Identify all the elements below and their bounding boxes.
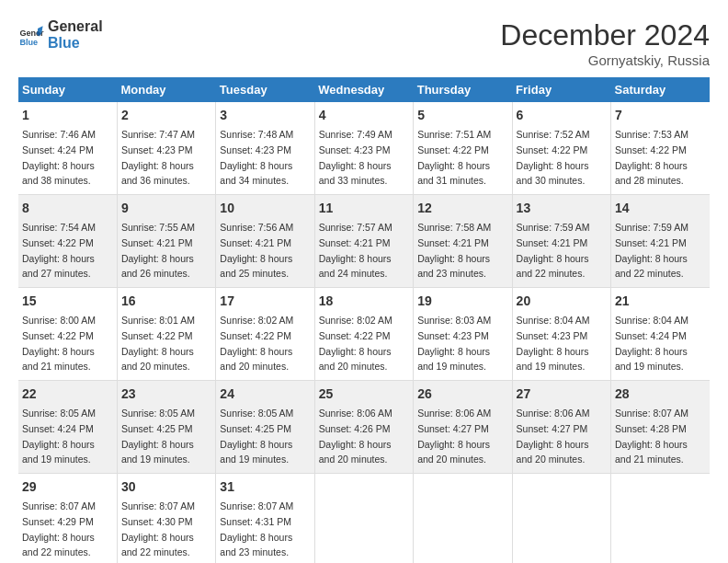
day-cell: 15Sunrise: 8:00 AMSunset: 4:22 PMDayligh… [18,288,117,381]
day-info: Sunrise: 8:06 AMSunset: 4:27 PMDaylight:… [417,408,491,465]
day-cell [512,474,610,564]
day-number: 6 [517,106,607,125]
day-info: Sunrise: 8:04 AMSunset: 4:24 PMDaylight:… [615,315,688,372]
day-info: Sunrise: 7:57 AMSunset: 4:21 PMDaylight:… [319,222,392,279]
day-number: 24 [220,385,310,404]
day-cell: 8Sunrise: 7:54 AMSunset: 4:22 PMDaylight… [18,195,117,288]
day-number: 30 [121,477,211,497]
day-cell: 23Sunrise: 8:05 AMSunset: 4:25 PMDayligh… [117,381,215,474]
day-cell: 28Sunrise: 8:07 AMSunset: 4:28 PMDayligh… [611,381,710,474]
week-row-2: 8Sunrise: 7:54 AMSunset: 4:22 PMDaylight… [18,195,710,288]
day-number: 18 [319,292,409,311]
location-subtitle: Gornyatskiy, Russia [500,52,710,68]
day-number: 10 [220,199,310,218]
day-info: Sunrise: 8:07 AMSunset: 4:31 PMDaylight:… [220,500,293,557]
month-title: December 2024 [500,18,710,52]
day-number: 13 [517,199,607,218]
logo-icon: General Blue [18,22,44,48]
day-info: Sunrise: 8:04 AMSunset: 4:23 PMDaylight:… [517,315,590,372]
day-info: Sunrise: 8:05 AMSunset: 4:25 PMDaylight:… [121,408,195,465]
day-info: Sunrise: 8:07 AMSunset: 4:30 PMDaylight:… [121,500,195,557]
day-cell: 26Sunrise: 8:06 AMSunset: 4:27 PMDayligh… [414,381,512,474]
week-row-3: 15Sunrise: 8:00 AMSunset: 4:22 PMDayligh… [18,288,710,381]
day-number: 25 [319,385,409,404]
day-info: Sunrise: 8:07 AMSunset: 4:29 PMDaylight:… [22,500,96,557]
day-cell: 10Sunrise: 7:56 AMSunset: 4:21 PMDayligh… [216,195,314,288]
col-header-thursday: Thursday [414,77,512,102]
day-info: Sunrise: 8:01 AMSunset: 4:22 PMDaylight:… [121,315,195,372]
day-number: 3 [220,106,310,125]
week-row-4: 22Sunrise: 8:05 AMSunset: 4:24 PMDayligh… [18,381,710,474]
day-number: 29 [22,477,113,497]
day-number: 26 [417,385,507,404]
day-info: Sunrise: 7:58 AMSunset: 4:21 PMDaylight:… [417,222,491,279]
calendar-table: SundayMondayTuesdayWednesdayThursdayFrid… [18,77,710,563]
day-cell: 29Sunrise: 8:07 AMSunset: 4:29 PMDayligh… [18,474,117,564]
day-info: Sunrise: 8:05 AMSunset: 4:24 PMDaylight:… [22,408,96,465]
logo: General Blue General Blue [18,18,103,52]
day-cell: 24Sunrise: 8:05 AMSunset: 4:25 PMDayligh… [216,381,314,474]
day-cell: 20Sunrise: 8:04 AMSunset: 4:23 PMDayligh… [512,288,610,381]
day-number: 15 [22,292,113,311]
day-cell: 21Sunrise: 8:04 AMSunset: 4:24 PMDayligh… [611,288,710,381]
day-cell: 25Sunrise: 8:06 AMSunset: 4:26 PMDayligh… [314,381,413,474]
day-info: Sunrise: 7:47 AMSunset: 4:23 PMDaylight:… [121,129,195,186]
day-info: Sunrise: 8:06 AMSunset: 4:27 PMDaylight:… [517,408,590,465]
logo-blue: Blue [48,35,103,52]
day-info: Sunrise: 7:48 AMSunset: 4:23 PMDaylight:… [220,129,293,186]
day-info: Sunrise: 8:03 AMSunset: 4:23 PMDaylight:… [417,315,491,372]
day-cell [611,474,710,564]
day-cell: 27Sunrise: 8:06 AMSunset: 4:27 PMDayligh… [512,381,610,474]
day-cell: 18Sunrise: 8:02 AMSunset: 4:22 PMDayligh… [314,288,413,381]
day-info: Sunrise: 7:51 AMSunset: 4:22 PMDaylight:… [417,129,491,186]
day-info: Sunrise: 7:59 AMSunset: 4:21 PMDaylight:… [517,222,590,279]
week-row-1: 1Sunrise: 7:46 AMSunset: 4:24 PMDaylight… [18,102,710,195]
day-cell: 6Sunrise: 7:52 AMSunset: 4:22 PMDaylight… [512,102,610,195]
day-info: Sunrise: 7:54 AMSunset: 4:22 PMDaylight:… [22,222,96,279]
day-number: 12 [417,199,507,218]
col-header-saturday: Saturday [611,77,710,102]
col-header-monday: Monday [117,77,215,102]
logo-general: General [48,18,103,35]
day-number: 19 [417,292,507,311]
day-info: Sunrise: 7:55 AMSunset: 4:21 PMDaylight:… [121,222,195,279]
day-cell: 2Sunrise: 7:47 AMSunset: 4:23 PMDaylight… [117,102,215,195]
col-header-sunday: Sunday [18,77,117,102]
page-header: General Blue General Blue December 2024 … [18,18,710,68]
day-number: 5 [417,106,507,125]
day-info: Sunrise: 8:02 AMSunset: 4:22 PMDaylight:… [319,315,392,372]
day-number: 27 [517,385,607,404]
day-cell [314,474,413,564]
day-cell [414,474,512,564]
day-cell: 9Sunrise: 7:55 AMSunset: 4:21 PMDaylight… [117,195,215,288]
day-cell: 16Sunrise: 8:01 AMSunset: 4:22 PMDayligh… [117,288,215,381]
day-info: Sunrise: 8:00 AMSunset: 4:22 PMDaylight:… [22,315,96,372]
day-number: 4 [319,106,409,125]
day-info: Sunrise: 7:59 AMSunset: 4:21 PMDaylight:… [615,222,688,279]
day-cell: 17Sunrise: 8:02 AMSunset: 4:22 PMDayligh… [216,288,314,381]
day-number: 2 [121,106,211,125]
day-number: 8 [22,199,113,218]
day-number: 1 [22,106,113,125]
day-cell: 19Sunrise: 8:03 AMSunset: 4:23 PMDayligh… [414,288,512,381]
day-info: Sunrise: 7:52 AMSunset: 4:22 PMDaylight:… [517,129,590,186]
day-number: 14 [615,199,706,218]
col-header-wednesday: Wednesday [314,77,413,102]
day-number: 20 [517,292,607,311]
day-cell: 3Sunrise: 7:48 AMSunset: 4:23 PMDaylight… [216,102,314,195]
day-number: 21 [615,292,706,311]
day-number: 31 [220,477,310,497]
day-cell: 31Sunrise: 8:07 AMSunset: 4:31 PMDayligh… [216,474,314,564]
day-info: Sunrise: 7:56 AMSunset: 4:21 PMDaylight:… [220,222,293,279]
day-number: 22 [22,385,113,404]
day-info: Sunrise: 7:53 AMSunset: 4:22 PMDaylight:… [615,129,688,186]
col-header-tuesday: Tuesday [216,77,314,102]
day-info: Sunrise: 8:02 AMSunset: 4:22 PMDaylight:… [220,315,293,372]
day-cell: 4Sunrise: 7:49 AMSunset: 4:23 PMDaylight… [314,102,413,195]
day-cell: 22Sunrise: 8:05 AMSunset: 4:24 PMDayligh… [18,381,117,474]
day-number: 28 [615,385,706,404]
day-info: Sunrise: 7:46 AMSunset: 4:24 PMDaylight:… [22,129,96,186]
day-number: 17 [220,292,310,311]
day-cell: 1Sunrise: 7:46 AMSunset: 4:24 PMDaylight… [18,102,117,195]
day-cell: 13Sunrise: 7:59 AMSunset: 4:21 PMDayligh… [512,195,610,288]
